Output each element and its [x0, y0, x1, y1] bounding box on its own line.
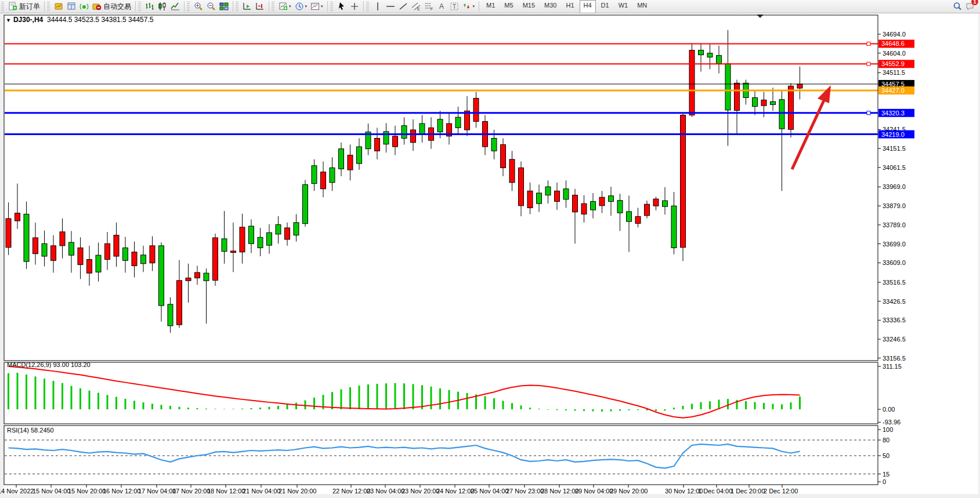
toolbar-button-signal[interactable] [78, 0, 91, 13]
candle-body[interactable] [473, 98, 479, 121]
toolbar-button-fibonacci[interactable]: F [422, 0, 435, 13]
toolbar-grip[interactable] [272, 2, 274, 11]
toolbar-button-auto-scroll[interactable] [241, 0, 254, 13]
candle-body[interactable] [267, 232, 272, 245]
candle-body[interactable] [285, 228, 290, 239]
toolbar-button-data-window[interactable] [65, 0, 78, 13]
candle-body[interactable] [222, 239, 227, 252]
toolbar-button-new-order[interactable]: 新订单 [6, 0, 42, 13]
candle-body[interactable] [771, 101, 776, 104]
toolbar-grip[interactable] [187, 2, 190, 11]
candle-body[interactable] [671, 206, 677, 248]
candle-body[interactable] [258, 237, 263, 248]
toolbar-button-text-label[interactable]: T [448, 0, 461, 13]
candle-body[interactable] [240, 227, 245, 252]
candle-body[interactable] [159, 246, 164, 306]
candle-body[interactable] [330, 168, 335, 182]
toolbar-button-search[interactable] [951, 0, 964, 13]
candle-body[interactable] [132, 252, 137, 266]
timeframe-button-h4[interactable]: H4 [580, 0, 596, 13]
candle-body[interactable] [797, 84, 802, 88]
candle-body[interactable] [491, 139, 497, 151]
toolbar-grip[interactable] [236, 2, 238, 11]
candle-body[interactable] [591, 202, 596, 210]
candle-body[interactable] [195, 272, 200, 278]
candle-body[interactable] [689, 50, 695, 115]
candle-body[interactable] [24, 214, 29, 261]
candle-body[interactable] [231, 251, 236, 253]
candle-body[interactable] [123, 248, 128, 260]
candle-body[interactable] [735, 83, 740, 110]
candle-body[interactable] [339, 149, 344, 169]
timeframe-button-mn[interactable]: MN [633, 0, 651, 13]
toolbar-grip[interactable] [47, 2, 50, 11]
candle-body[interactable] [348, 155, 353, 170]
timeframe-button-m1[interactable]: M1 [482, 0, 499, 13]
candle-body[interactable] [653, 199, 659, 206]
candle-body[interactable] [420, 123, 425, 134]
dropdown-arrow-icon[interactable]: ▾ [321, 4, 323, 9]
toolbar-grip[interactable] [138, 2, 141, 11]
toolbar-button-vline[interactable] [371, 0, 384, 13]
timeframe-button-m5[interactable]: M5 [500, 0, 517, 13]
candle-body[interactable] [105, 243, 110, 259]
candle-body[interactable] [87, 259, 92, 273]
toolbar-button-new-chart[interactable]: ▾ [277, 0, 293, 13]
candle-body[interactable] [6, 219, 11, 248]
chart-canvas[interactable]: 34694.034604.034511.534241.534151.534061… [0, 13, 980, 498]
toolbar-button-chat[interactable]: 1 [964, 0, 977, 13]
candle-body[interactable] [555, 191, 560, 201]
toolbar-button-text[interactable]: A [435, 0, 448, 13]
line-handle[interactable] [867, 62, 870, 66]
toolbar-button-hline[interactable] [384, 0, 397, 13]
candle-body[interactable] [60, 232, 65, 246]
candle-body[interactable] [411, 130, 416, 143]
candle-body[interactable] [78, 248, 83, 264]
candle-body[interactable] [96, 255, 101, 272]
candle-body[interactable] [357, 147, 362, 163]
dropdown-arrow-icon[interactable]: ▾ [305, 4, 308, 9]
candle-body[interactable] [402, 126, 407, 139]
toolbar-button-templates[interactable]: ▾ [309, 0, 325, 13]
candle-body[interactable] [645, 204, 650, 216]
toolbar-button-arrows[interactable]: ▾ [461, 0, 477, 13]
line-handle[interactable] [867, 42, 870, 45]
candle-body[interactable] [141, 255, 146, 264]
toolbar-button-period-clock[interactable]: ▾ [293, 0, 309, 13]
toolbar-button-chart-shift[interactable] [254, 0, 266, 13]
candle-body[interactable] [563, 189, 569, 199]
candle-body[interactable] [294, 223, 299, 235]
candle-body[interactable] [375, 139, 380, 151]
toolbar-button-autotrading[interactable]: 自动交易 [91, 0, 133, 13]
candle-body[interactable] [789, 86, 794, 129]
toolbar-button-market-watch[interactable] [52, 0, 65, 13]
chart-window[interactable]: 34694.034604.034511.534241.534151.534061… [0, 13, 980, 498]
chevron-down-icon[interactable]: ▼ [6, 17, 11, 23]
toolbar-grip[interactable] [366, 2, 369, 11]
candle-body[interactable] [617, 201, 623, 213]
candle-body[interactable] [204, 273, 209, 281]
candle-body[interactable] [609, 196, 614, 202]
candle-body[interactable] [69, 242, 74, 255]
candle-body[interactable] [599, 197, 605, 206]
timeframe-button-d1[interactable]: D1 [597, 0, 613, 13]
candle-body[interactable] [527, 191, 533, 208]
candle-body[interactable] [276, 225, 281, 234]
toolbar-button-line-chart[interactable] [169, 0, 182, 13]
timeframe-button-m15[interactable]: M15 [519, 0, 539, 13]
candle-body[interactable] [509, 159, 515, 183]
candle-body[interactable] [581, 203, 587, 214]
candle-body[interactable] [114, 235, 119, 256]
candle-body[interactable] [707, 53, 713, 57]
candle-body[interactable] [663, 201, 668, 206]
candle-body[interactable] [635, 216, 641, 223]
candle-body[interactable] [213, 238, 218, 280]
candle-body[interactable] [537, 193, 542, 203]
candle-body[interactable] [437, 119, 443, 132]
dropdown-arrow-icon[interactable]: ▾ [473, 4, 475, 9]
toolbar-button-channel[interactable]: E [410, 0, 422, 13]
candle-body[interactable] [51, 246, 56, 260]
candle-body[interactable] [15, 213, 20, 221]
candle-body[interactable] [186, 278, 191, 281]
candle-body[interactable] [150, 246, 155, 263]
